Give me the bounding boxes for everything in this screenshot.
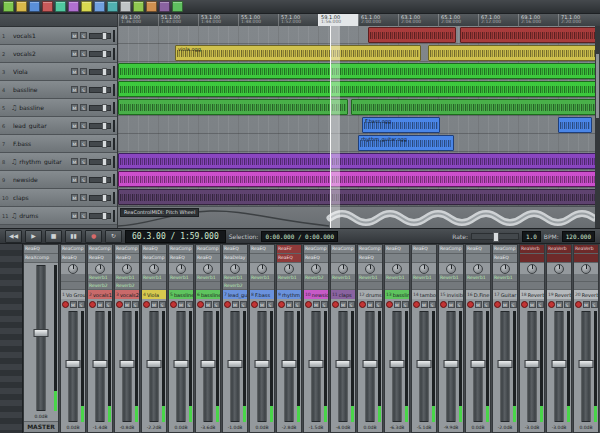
send-slot[interactable]	[304, 282, 328, 290]
record-arm-button[interactable]	[143, 301, 150, 308]
send-slot[interactable]	[331, 282, 355, 290]
mixer-strip[interactable]: ReaEQ Reverb1 13 bassline M S -6.3dB	[384, 244, 410, 433]
rate-slider[interactable]	[471, 233, 519, 240]
volume-fader[interactable]	[387, 311, 407, 422]
fx-slot[interactable]: ReaEQ	[24, 245, 58, 254]
pan-knob[interactable]	[581, 264, 591, 274]
fader-cap[interactable]	[363, 360, 378, 368]
redo-icon[interactable]	[55, 1, 66, 12]
send-slot[interactable]	[520, 282, 544, 290]
mixer-strip[interactable]: ReaEQ ReaDelay Reverb1 Reverb2 7 lead_gu…	[222, 244, 248, 433]
track-volume-slider[interactable]	[89, 141, 111, 147]
track-mute-button[interactable]: M	[71, 86, 78, 93]
track-volume-slider[interactable]	[89, 51, 111, 57]
pan-knob[interactable]	[122, 264, 132, 274]
record-arm-button[interactable]	[89, 301, 96, 308]
solo-button[interactable]: S	[456, 301, 463, 308]
solo-button[interactable]: S	[294, 301, 301, 308]
send-slot[interactable]: Reverb1	[88, 274, 112, 282]
send-slot[interactable]: Reverb2	[88, 282, 112, 290]
audio-clip[interactable]: F.bass.ogg	[362, 117, 440, 133]
fader-cap[interactable]	[282, 360, 297, 368]
fx-slot[interactable]: ReaXcomp	[24, 254, 58, 263]
send-slot[interactable]	[466, 282, 490, 290]
pan-knob[interactable]	[527, 264, 537, 274]
fx-slot[interactable]: ReaEQ	[61, 254, 85, 263]
send-slot[interactable]: Reverb2	[304, 274, 328, 282]
solo-button[interactable]: S	[591, 301, 598, 308]
record-arm-button[interactable]	[224, 301, 231, 308]
mixer-strip[interactable]: ReaComp ReaEQ Reverb1 12 drums M S 0.0dB	[357, 244, 383, 433]
fx-slot[interactable]: ReaVerb	[574, 245, 598, 254]
fx-slot[interactable]: ReaEQ	[196, 254, 220, 263]
track-volume-slider[interactable]	[89, 105, 111, 111]
fx-slot[interactable]: ReaEQ	[466, 245, 490, 254]
fx-slot[interactable]: ReaEQ	[304, 254, 328, 263]
mixer-strip[interactable]: ReaFir ReaEQ Reverb1 9 rhythm_guitar M S…	[276, 244, 302, 433]
fader-cap[interactable]	[93, 360, 108, 368]
send-slot[interactable]	[61, 282, 85, 290]
record-arm-button[interactable]	[548, 301, 555, 308]
mixer-strip[interactable]: ReaComp ReaEQ Reverb1 5 bassline M S 0.0…	[168, 244, 194, 433]
mixer-strip[interactable]: ReaComp ReaEQ 1 Vo Group M S 0.0dB	[60, 244, 86, 433]
fader-cap[interactable]	[498, 360, 513, 368]
repeat-button[interactable]: ↻	[105, 230, 122, 243]
send-slot[interactable]: Reverb1	[412, 274, 436, 282]
record-arm-button[interactable]	[197, 301, 204, 308]
fader-cap[interactable]	[174, 360, 189, 368]
track-solo-button[interactable]: S	[80, 176, 87, 183]
paste-icon[interactable]	[94, 1, 105, 12]
fader-cap[interactable]	[66, 360, 81, 368]
pause-button[interactable]: ▮▮	[65, 230, 82, 243]
volume-fader[interactable]	[306, 311, 326, 422]
mute-button[interactable]: M	[232, 301, 239, 308]
record-arm-button[interactable]	[521, 301, 528, 308]
mixer-strip[interactable]: ReaComp Reverb1 11 claps M S -4.0dB	[330, 244, 356, 433]
fader-cap[interactable]	[579, 360, 594, 368]
track-volume-slider[interactable]	[89, 177, 111, 183]
track-mute-button[interactable]: M	[71, 212, 78, 219]
fx-slot[interactable]: ReaEQ	[88, 254, 112, 263]
fader-cap[interactable]	[552, 360, 567, 368]
mute-button[interactable]: M	[205, 301, 212, 308]
fx-slot[interactable]	[331, 254, 355, 263]
pan-knob[interactable]	[419, 264, 429, 274]
volume-fader[interactable]	[333, 311, 353, 422]
pan-knob[interactable]	[311, 264, 321, 274]
fx-slot[interactable]	[385, 254, 409, 263]
audio-clip[interactable]	[118, 81, 600, 97]
track-volume-slider[interactable]	[89, 213, 111, 219]
solo-button[interactable]: S	[132, 301, 139, 308]
send-slot[interactable]: Reverb1	[115, 274, 139, 282]
pan-knob[interactable]	[68, 264, 78, 274]
mixer-strip[interactable]: ReaVerb 19 Reverb2 M S -3.0dB	[546, 244, 572, 433]
record-arm-button[interactable]	[494, 301, 501, 308]
send-slot[interactable]	[385, 282, 409, 290]
audio-clip[interactable]	[460, 27, 599, 43]
solo-button[interactable]: S	[267, 301, 274, 308]
mute-button[interactable]: M	[394, 301, 401, 308]
fx-slot[interactable]: ReaEQ	[169, 254, 193, 263]
send-slot[interactable]	[574, 282, 598, 290]
grid-icon[interactable]	[133, 1, 144, 12]
solo-button[interactable]: S	[348, 301, 355, 308]
volume-fader[interactable]	[117, 311, 137, 422]
fx-slot[interactable]: ReaComp	[142, 254, 166, 263]
send-slot[interactable]	[493, 282, 517, 290]
new-project-icon[interactable]	[3, 1, 14, 12]
fx-slot[interactable]: ReaDelay	[223, 254, 247, 263]
track-solo-button[interactable]: S	[80, 194, 87, 201]
solo-button[interactable]: S	[186, 301, 193, 308]
track-row[interactable]: 8 ♫ rhythm_guitar M S	[0, 153, 117, 171]
stop-button[interactable]: ■	[45, 230, 62, 243]
mute-button[interactable]: M	[178, 301, 185, 308]
fx-slot[interactable]: ReaComp	[115, 245, 139, 254]
record-arm-button[interactable]	[386, 301, 393, 308]
track-volume-slider[interactable]	[89, 69, 111, 75]
solo-button[interactable]: S	[321, 301, 328, 308]
mixer-strip[interactable]: ReaComp ReaEQ Reverb1 6 bassline M S -3.…	[195, 244, 221, 433]
audio-clip[interactable]: viola.ogg	[175, 45, 421, 61]
track-mute-button[interactable]: M	[71, 176, 78, 183]
mixer-strip[interactable]: ReaEQ Reverb1 8 F.bass M S 0.0dB	[249, 244, 275, 433]
record-arm-button[interactable]	[440, 301, 447, 308]
